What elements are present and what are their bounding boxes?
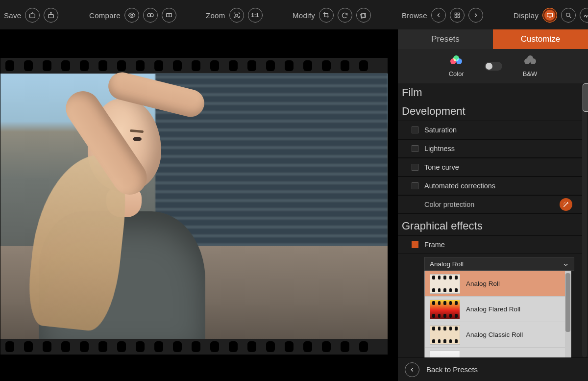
straighten-icon[interactable] bbox=[356, 8, 371, 23]
svg-rect-0 bbox=[30, 14, 35, 18]
image-canvas[interactable] bbox=[0, 29, 398, 381]
frame-dropdown: Analog Roll Analog Flared Roll Analog Cl… bbox=[424, 271, 571, 357]
crop-icon[interactable] bbox=[319, 8, 334, 23]
svg-rect-11 bbox=[455, 16, 457, 18]
row-frame[interactable]: Frame bbox=[398, 235, 582, 254]
compare-split-icon[interactable] bbox=[143, 8, 158, 23]
prev-image-icon[interactable] bbox=[431, 8, 446, 23]
film-sprockets-top bbox=[0, 59, 388, 73]
row-lightness-label: Lightness bbox=[424, 145, 455, 152]
display-group: Display bbox=[514, 8, 588, 23]
modify-label: Modify bbox=[293, 11, 315, 20]
checkbox-icon[interactable] bbox=[412, 182, 418, 189]
color-mode-color[interactable]: Color bbox=[449, 55, 464, 77]
zoom-label: Zoom bbox=[206, 11, 225, 20]
frame-thumb-icon bbox=[430, 274, 460, 294]
frame-option-label: Analog Classic Roll bbox=[466, 331, 523, 338]
frame-select[interactable]: Analog Roll bbox=[424, 257, 574, 271]
fullscreen-display-icon[interactable] bbox=[542, 8, 557, 23]
dropdown-scrollbar[interactable] bbox=[565, 271, 571, 357]
checkbox-icon[interactable] bbox=[412, 241, 418, 248]
frame-option-analog-roll[interactable]: Analog Roll bbox=[425, 271, 571, 297]
magic-wand-icon[interactable] bbox=[560, 198, 572, 211]
svg-rect-10 bbox=[458, 13, 460, 15]
modify-group: Modify bbox=[293, 8, 371, 23]
frame-option-analog-flared-roll[interactable]: Analog Flared Roll bbox=[425, 297, 571, 322]
frame-thumb-icon bbox=[430, 351, 460, 357]
panel-tabs: Presets Customize bbox=[398, 29, 588, 49]
display-label: Display bbox=[514, 11, 539, 20]
row-color-protection-label: Color protection bbox=[424, 201, 474, 208]
tab-customize[interactable]: Customize bbox=[493, 29, 588, 49]
row-automated-label: Automated corrections bbox=[424, 182, 495, 190]
zoom-fit-icon[interactable] bbox=[229, 8, 244, 23]
zoom-1to1-icon[interactable]: 1:1 bbox=[248, 8, 263, 23]
histogram-display-icon[interactable] bbox=[580, 8, 588, 23]
section-film[interactable]: Film bbox=[398, 83, 582, 102]
save-share-icon[interactable] bbox=[44, 8, 58, 23]
svg-point-14 bbox=[566, 13, 570, 17]
frame-thumb-icon bbox=[430, 300, 460, 319]
row-saturation[interactable]: Saturation bbox=[398, 121, 582, 139]
frame-thumb-icon bbox=[430, 325, 460, 345]
grid-view-icon[interactable] bbox=[450, 8, 465, 23]
top-toolbar: Save Compare Zoom 1:1 Modify bbox=[0, 0, 588, 29]
save-group: Save bbox=[4, 8, 58, 23]
color-mode-color-label: Color bbox=[449, 70, 464, 77]
checkbox-icon[interactable] bbox=[412, 145, 418, 152]
compare-eye-icon[interactable] bbox=[124, 8, 139, 23]
row-frame-label: Frame bbox=[424, 241, 445, 249]
checkbox-icon[interactable] bbox=[412, 164, 418, 171]
svg-rect-13 bbox=[547, 13, 553, 17]
frame-option-light-gray-frame[interactable]: Light Gray Frame bbox=[425, 348, 571, 357]
svg-rect-9 bbox=[455, 13, 457, 15]
photo-preview bbox=[0, 74, 388, 339]
frame-option-analog-classic-roll[interactable]: Analog Classic Roll bbox=[425, 322, 571, 348]
row-saturation-label: Saturation bbox=[424, 126, 457, 134]
color-mode-bw[interactable]: B&W bbox=[523, 55, 538, 77]
panel-scroll: Film Development Saturation Lightness To… bbox=[398, 83, 582, 357]
save-export-icon[interactable] bbox=[25, 8, 40, 23]
browse-label: Browse bbox=[402, 11, 427, 20]
film-frame bbox=[0, 58, 388, 355]
back-to-presets-label[interactable]: Back to Presets bbox=[426, 365, 478, 374]
compare-group: Compare bbox=[89, 8, 176, 23]
row-lightness[interactable]: Lightness bbox=[398, 139, 582, 158]
panel-scrollbar[interactable] bbox=[582, 83, 587, 357]
frame-option-label: Analog Roll bbox=[466, 280, 500, 287]
color-mode-row: Color B&W bbox=[398, 49, 588, 83]
row-color-protection[interactable]: Color protection bbox=[398, 195, 582, 214]
row-tone-curve-label: Tone curve bbox=[424, 163, 459, 171]
next-image-icon[interactable] bbox=[468, 8, 483, 23]
zoom-group: Zoom 1:1 bbox=[206, 8, 263, 23]
rotate-icon[interactable] bbox=[338, 8, 352, 23]
row-automated-corrections[interactable]: Automated corrections bbox=[398, 177, 582, 195]
film-sprockets-bottom bbox=[0, 340, 388, 354]
tab-presets[interactable]: Presets bbox=[398, 29, 493, 49]
panel-bottom-bar: Back to Presets bbox=[398, 357, 588, 381]
right-panel: Presets Customize Color B&W Film Develop… bbox=[398, 29, 588, 381]
color-bw-toggle[interactable] bbox=[485, 62, 502, 71]
loupe-display-icon[interactable] bbox=[561, 8, 576, 23]
back-arrow-icon[interactable] bbox=[405, 362, 419, 377]
checkbox-icon[interactable] bbox=[412, 127, 418, 133]
section-graphical-effects[interactable]: Graphical effects bbox=[398, 217, 582, 235]
svg-point-2 bbox=[131, 14, 133, 16]
svg-rect-12 bbox=[458, 16, 460, 18]
frame-select-value: Analog Roll bbox=[430, 260, 464, 268]
svg-rect-6 bbox=[236, 14, 238, 16]
row-tone-curve[interactable]: Tone curve bbox=[398, 158, 582, 177]
compare-label: Compare bbox=[89, 11, 121, 20]
compare-side-icon[interactable] bbox=[162, 8, 176, 23]
save-label: Save bbox=[4, 11, 21, 20]
color-mode-bw-label: B&W bbox=[523, 70, 538, 77]
browse-group: Browse bbox=[402, 8, 483, 23]
frame-option-label: Analog Flared Roll bbox=[466, 305, 520, 313]
section-development[interactable]: Development bbox=[398, 102, 582, 121]
